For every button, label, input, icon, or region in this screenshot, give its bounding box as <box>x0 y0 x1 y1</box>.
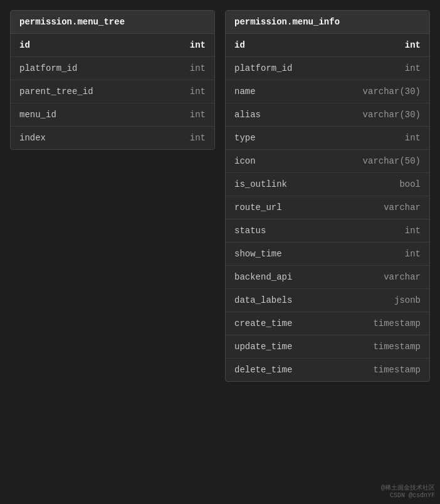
col-type-1-8: int <box>405 226 421 236</box>
table-row-1-6: is_outlinkbool <box>226 173 429 196</box>
table-row-1-14: delete_timetimestamp <box>226 359 429 381</box>
table-row-1-10: backend_apivarchar <box>226 266 429 289</box>
col-type-1-7: varchar <box>384 202 421 213</box>
table-row-1-8: statusint <box>226 219 429 243</box>
col-type-1-9: int <box>405 249 421 259</box>
table-header-0: permission.menu_tree <box>11 11 214 34</box>
col-type-1-13: timestamp <box>373 342 421 352</box>
col-name-0-2: parent_tree_id <box>19 87 93 97</box>
col-type-1-11: jsonb <box>394 295 421 305</box>
table-box-0: permission.menu_treeidintplatform_idintp… <box>10 10 215 150</box>
col-type-1-1: int <box>405 63 421 73</box>
table-row-1-11: data_labelsjsonb <box>226 289 429 312</box>
table-row-0-0: idint <box>11 34 214 57</box>
col-name-1-0: id <box>234 40 245 50</box>
col-name-0-0: id <box>19 40 30 50</box>
table-row-1-2: namevarchar(30) <box>226 80 429 103</box>
col-name-1-8: status <box>234 226 266 236</box>
table-row-0-4: indexint <box>11 127 214 149</box>
col-type-1-5: varchar(50) <box>363 156 421 166</box>
col-name-1-4: type <box>234 133 256 143</box>
col-type-1-12: timestamp <box>373 318 421 328</box>
table-row-0-3: menu_idint <box>11 103 214 127</box>
col-type-1-3: varchar(30) <box>363 110 421 120</box>
table-header-1: permission.menu_info <box>226 11 429 34</box>
col-type-0-3: int <box>190 110 206 120</box>
watermark-line2: CSDN @csdnYF <box>381 492 435 499</box>
col-name-0-3: menu_id <box>19 110 56 120</box>
col-name-1-5: icon <box>234 156 256 166</box>
table-row-1-3: aliasvarchar(30) <box>226 103 429 127</box>
col-name-1-6: is_outlink <box>234 179 287 189</box>
col-type-1-14: timestamp <box>373 365 421 375</box>
table-row-1-5: iconvarchar(50) <box>226 150 429 173</box>
col-name-1-10: backend_api <box>234 272 292 282</box>
table-row-1-0: idint <box>226 34 429 57</box>
col-name-1-14: delete_time <box>234 365 292 375</box>
table-row-1-12: create_timetimestamp <box>226 312 429 335</box>
table-box-1: permission.menu_infoidintplatform_idintn… <box>225 10 430 382</box>
col-type-0-0: int <box>190 40 206 50</box>
col-name-1-1: platform_id <box>234 63 292 73</box>
col-type-1-0: int <box>405 40 421 50</box>
col-type-1-4: int <box>405 133 421 143</box>
col-type-0-2: int <box>190 87 206 97</box>
col-name-0-1: platform_id <box>19 63 77 73</box>
table-row-1-7: route_urlvarchar <box>226 196 429 219</box>
col-type-1-6: bool <box>399 179 421 189</box>
table-row-1-13: update_timetimestamp <box>226 335 429 359</box>
col-name-1-2: name <box>234 87 256 97</box>
watermark: @稀土掘金技术社区 CSDN @csdnYF <box>381 483 435 499</box>
table-row-0-1: platform_idint <box>11 57 214 80</box>
table-row-0-2: parent_tree_idint <box>11 80 214 103</box>
col-type-0-4: int <box>190 133 206 143</box>
tables-container: permission.menu_treeidintplatform_idintp… <box>10 10 430 382</box>
col-name-1-9: show_time <box>234 249 282 259</box>
col-name-1-7: route_url <box>234 202 282 213</box>
col-type-1-10: varchar <box>384 272 421 282</box>
table-row-1-1: platform_idint <box>226 57 429 80</box>
col-name-1-3: alias <box>234 110 261 120</box>
table-row-1-9: show_timeint <box>226 243 429 266</box>
col-name-1-13: update_time <box>234 342 292 352</box>
col-type-0-1: int <box>190 63 206 73</box>
watermark-line1: @稀土掘金技术社区 <box>381 483 435 492</box>
col-name-1-12: create_time <box>234 318 292 328</box>
table-row-1-4: typeint <box>226 127 429 150</box>
col-name-0-4: index <box>19 133 46 143</box>
col-name-1-11: data_labels <box>234 295 292 305</box>
col-type-1-2: varchar(30) <box>363 87 421 97</box>
